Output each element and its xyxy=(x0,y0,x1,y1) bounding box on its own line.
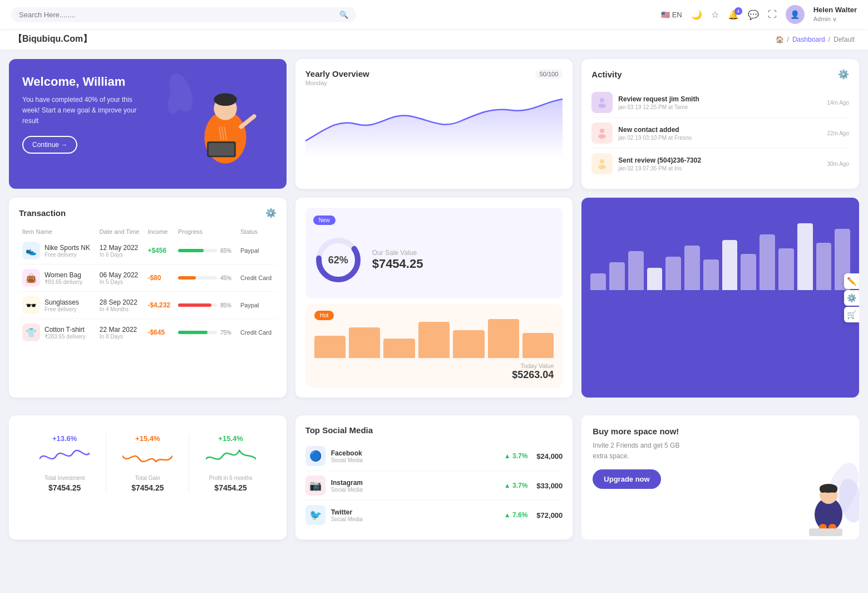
today-value-section: Hot Today Value $5263.04 xyxy=(305,304,563,388)
transaction-table: Item Name Date and Time Income Progress … xyxy=(19,226,277,346)
transaction-header: Transaction ⚙️ xyxy=(19,208,277,218)
bar-col xyxy=(609,262,625,290)
side-icon-edit[interactable]: ✏️ xyxy=(844,273,859,289)
home-icon[interactable]: 🏠 xyxy=(776,36,784,43)
bar-col xyxy=(665,257,681,290)
activity-time-1: 22m Ago xyxy=(827,130,849,136)
topnav-right: 🇺🇸 EN 🌙 ☆ 🔔 4 💬 ⛶ 👤 Helen Walter Admin ∨ xyxy=(661,5,857,24)
sale-value-card: New 62% Our Sale Value $7454.25 Hot xyxy=(295,198,573,398)
social-pct-0: ▲ 3.7% xyxy=(504,452,528,460)
transaction-settings-icon[interactable]: ⚙️ xyxy=(265,208,277,218)
social-media-title: Top Social Media xyxy=(305,425,563,435)
social-item-0: 🔵 Facebook Social Media ▲ 3.7% $24,000 xyxy=(305,442,563,471)
activity-header: Activity ⚙️ xyxy=(591,69,849,80)
today-bar xyxy=(349,327,380,358)
social-icon-1: 📷 xyxy=(305,476,326,496)
social-icon-2: 🐦 xyxy=(305,505,326,525)
col-progress: Progress xyxy=(175,226,237,237)
welcome-subtitle: You have completed 40% of your this week… xyxy=(22,95,145,127)
upgrade-button[interactable]: Upgrade now xyxy=(593,469,660,489)
svg-point-24 xyxy=(820,486,826,493)
bar-chart-bars xyxy=(590,207,850,296)
search-bar[interactable]: 🔍 xyxy=(11,7,356,22)
activity-settings-icon[interactable]: ⚙️ xyxy=(838,69,849,80)
svg-rect-28 xyxy=(809,528,842,536)
user-name: Helen Walter xyxy=(813,6,857,15)
bar-col xyxy=(628,251,644,290)
transaction-row-3: 👕 Cotton T-shirt ₹283.65 delivery 22 Mar… xyxy=(19,319,277,346)
bar-col xyxy=(684,246,700,290)
stat-divider xyxy=(106,434,106,492)
dark-mode-toggle[interactable]: 🌙 xyxy=(691,9,702,20)
activity-thumb-1 xyxy=(591,122,613,144)
language-selector[interactable]: 🇺🇸 EN xyxy=(661,11,682,19)
transaction-row-2: 🕶️ Sunglasses Free delivery 28 Sep 2022 … xyxy=(19,292,277,319)
breadcrumb-dashboard[interactable]: Dashboard xyxy=(792,36,825,43)
transaction-card: Transaction ⚙️ Item Name Date and Time I… xyxy=(9,198,287,398)
continue-button[interactable]: Continue → xyxy=(22,136,77,154)
bar-chart-card: Beyond the Lines 6 hours ago One Of the … xyxy=(581,198,859,398)
sale-info: Our Sale Value $7454.25 xyxy=(372,249,423,271)
bar-col xyxy=(816,243,832,290)
search-input[interactable] xyxy=(19,11,335,19)
svg-point-25 xyxy=(831,486,837,493)
brand-logo: 【Biqubiqu.Com】 xyxy=(13,33,92,45)
activity-text-2: Sent review (504)236-7302 jan 02 19 07:3… xyxy=(618,156,821,171)
donut-chart: 62% xyxy=(313,235,363,285)
social-item-2: 🐦 Twitter Social Media ▲ 7.6% $72,000 xyxy=(305,501,563,530)
bar-col xyxy=(760,234,775,290)
social-pct-2: ▲ 7.6% xyxy=(504,511,528,519)
breadcrumb-bar: 【Biqubiqu.Com】 🏠 / Dashboard / Default xyxy=(0,29,868,50)
fullscreen-icon[interactable]: ⛶ xyxy=(768,9,777,19)
bottom-row: +13.6% Total Investment $7454.25 +15.4% … xyxy=(0,415,868,548)
notifications-icon[interactable]: 🔔 4 xyxy=(728,9,739,20)
top-navigation: 🔍 🇺🇸 EN 🌙 ☆ 🔔 4 💬 ⛶ 👤 Helen Walter Admin… xyxy=(0,0,868,29)
today-bar xyxy=(488,319,519,358)
user-info: Helen Walter Admin ∨ xyxy=(813,6,857,23)
svg-point-13 xyxy=(600,129,604,133)
yearly-overview-card: Yearly Overview Monday 50/100 xyxy=(295,59,573,189)
hot-badge: Hot xyxy=(314,311,334,320)
activity-text-1: New contact added jan 02 19 03:10 PM at … xyxy=(618,126,821,141)
yearly-overview-subtitle: Monday xyxy=(305,80,369,86)
donut-section: 62% Our Sale Value $7454.25 xyxy=(313,229,555,291)
lang-label: EN xyxy=(672,11,682,19)
side-icon-cart[interactable]: 🛒 xyxy=(844,307,859,322)
activity-item-0: Review request jim Smith jan 03 19 12:25… xyxy=(591,87,849,118)
stats-inner: +13.6% Total Investment $7454.25 +15.4% … xyxy=(19,425,277,501)
svg-point-4 xyxy=(214,93,236,106)
svg-rect-6 xyxy=(209,143,234,155)
activity-thumb-2 xyxy=(591,153,613,174)
bar-col xyxy=(741,254,756,290)
activity-title: Activity xyxy=(591,70,622,79)
main-content: Welcome, William You have completed 40% … xyxy=(0,50,868,415)
social-pct-1: ▲ 3.7% xyxy=(504,482,528,489)
col-status: Status xyxy=(237,226,277,237)
bar-col xyxy=(797,223,813,290)
bar-col xyxy=(778,248,794,290)
today-label: Today Value xyxy=(314,362,554,369)
bookmark-icon[interactable]: ☆ xyxy=(711,9,719,20)
today-bar-chart xyxy=(314,325,554,358)
svg-point-11 xyxy=(600,98,604,102)
side-icon-settings[interactable]: ⚙️ xyxy=(844,290,859,306)
donut-label: 62% xyxy=(328,254,348,266)
svg-point-15 xyxy=(600,159,604,164)
stat-divider xyxy=(189,434,189,492)
bar-col xyxy=(590,273,606,290)
social-amt-1: $33,000 xyxy=(536,482,563,490)
messages-icon[interactable]: 💬 xyxy=(748,9,759,20)
yearly-overview-badge: 50/100 xyxy=(535,69,563,79)
bar-chart-inner xyxy=(581,198,859,398)
bar-col xyxy=(647,268,663,290)
space-sub: Invite 2 Friends and get 5 GB extra spac… xyxy=(593,440,693,462)
user-avatar[interactable]: 👤 xyxy=(786,5,805,24)
activity-list: Review request jim Smith jan 03 19 12:25… xyxy=(591,87,849,179)
sale-label: Our Sale Value xyxy=(372,249,423,257)
col-item-name: Item Name xyxy=(19,226,96,237)
activity-item-2: Sent review (504)236-7302 jan 02 19 07:3… xyxy=(591,149,849,179)
breadcrumb-current: Default xyxy=(834,36,855,43)
bar-col xyxy=(703,259,719,290)
transaction-title: Transaction xyxy=(19,208,66,218)
today-bar xyxy=(383,339,415,358)
